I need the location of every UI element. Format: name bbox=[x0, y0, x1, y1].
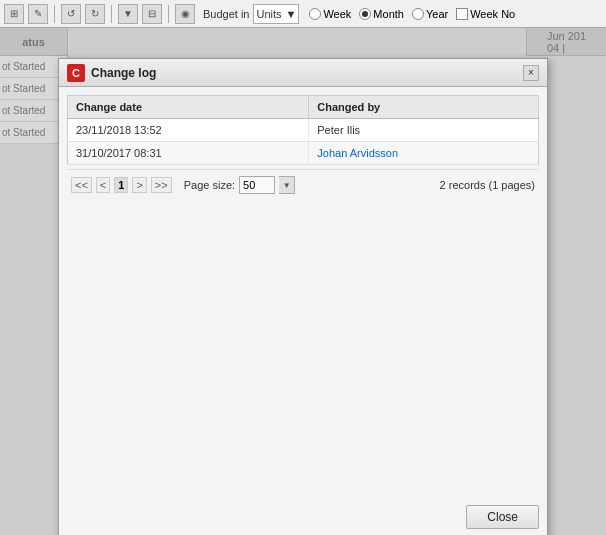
app-background: atus ot Started ▼ ot Started ▼ ot Starte… bbox=[0, 28, 606, 535]
row2-user[interactable]: Johan Arvidsson bbox=[309, 142, 539, 165]
radio-month-label: Month bbox=[373, 8, 404, 20]
dialog-close-button[interactable]: × bbox=[523, 65, 539, 81]
dialog-titlebar: C Change log × bbox=[59, 59, 547, 87]
radio-week-circle bbox=[309, 8, 321, 20]
row2-date: 31/10/2017 08:31 bbox=[68, 142, 309, 165]
pagination-next[interactable]: > bbox=[132, 177, 146, 193]
dialog-title: Change log bbox=[91, 66, 517, 80]
records-info: 2 records (1 pages) bbox=[440, 179, 535, 191]
col-change-date: Change date bbox=[68, 96, 309, 119]
toolbar-filter-icon[interactable]: ▼ bbox=[118, 4, 138, 24]
units-value: Units bbox=[256, 8, 281, 20]
view-radio-group: Week Month Year Week No bbox=[309, 8, 515, 20]
change-log-dialog: C Change log × Change date Changed by bbox=[58, 58, 548, 535]
radio-month-circle bbox=[359, 8, 371, 20]
toolbar-icon-3[interactable]: ↺ bbox=[61, 4, 81, 24]
toolbar-icon-6[interactable]: ◉ bbox=[175, 4, 195, 24]
dialog-logo: C bbox=[67, 64, 85, 82]
toolbar-icon-4[interactable]: ↻ bbox=[85, 4, 105, 24]
toolbar: ⊞ ✎ ↺ ↻ ▼ ⊟ ◉ Budget in Units ▼ Week Mon… bbox=[0, 0, 606, 28]
page-size-input[interactable] bbox=[239, 176, 275, 194]
radio-month[interactable]: Month bbox=[359, 8, 404, 20]
change-log-table: Change date Changed by 23/11/2018 13:52 … bbox=[67, 95, 539, 165]
col-changed-by: Changed by bbox=[309, 96, 539, 119]
units-select-arrow: ▼ bbox=[286, 8, 297, 20]
page-size-dropdown-arrow[interactable]: ▼ bbox=[279, 176, 295, 194]
radio-year[interactable]: Year bbox=[412, 8, 448, 20]
row1-date: 23/11/2018 13:52 bbox=[68, 119, 309, 142]
weekno-label: Week No bbox=[470, 8, 515, 20]
dialog-footer: Close bbox=[59, 499, 547, 535]
close-button[interactable]: Close bbox=[466, 505, 539, 529]
checkbox-weekno[interactable]: Week No bbox=[456, 8, 515, 20]
dialog-content: Change date Changed by 23/11/2018 13:52 … bbox=[59, 87, 547, 499]
toolbar-sep-2 bbox=[111, 5, 112, 23]
toolbar-icon-2[interactable]: ✎ bbox=[28, 4, 48, 24]
pagination-last[interactable]: >> bbox=[151, 177, 172, 193]
toolbar-icon-1[interactable]: ⊞ bbox=[4, 4, 24, 24]
row1-user: Peter Ilis bbox=[309, 119, 539, 142]
toolbar-icon-5[interactable]: ⊟ bbox=[142, 4, 162, 24]
radio-year-circle bbox=[412, 8, 424, 20]
pagination-bar: << < 1 > >> Page size: ▼ 2 records (1 pa… bbox=[67, 169, 539, 200]
pagination-current[interactable]: 1 bbox=[114, 177, 128, 193]
units-select[interactable]: Units ▼ bbox=[253, 4, 299, 24]
radio-week-label: Week bbox=[323, 8, 351, 20]
table-row: 31/10/2017 08:31 Johan Arvidsson bbox=[68, 142, 539, 165]
weekno-checkbox bbox=[456, 8, 468, 20]
close-icon: × bbox=[528, 67, 534, 78]
modal-overlay: C Change log × Change date Changed by bbox=[0, 28, 606, 535]
table-row: 23/11/2018 13:52 Peter Ilis bbox=[68, 119, 539, 142]
pagination-first[interactable]: << bbox=[71, 177, 92, 193]
page-size-label: Page size: bbox=[184, 179, 235, 191]
logo-letter: C bbox=[72, 67, 80, 79]
radio-year-label: Year bbox=[426, 8, 448, 20]
radio-week[interactable]: Week bbox=[309, 8, 351, 20]
toolbar-sep-1 bbox=[54, 5, 55, 23]
budget-label: Budget in bbox=[203, 8, 249, 20]
pagination-prev[interactable]: < bbox=[96, 177, 110, 193]
toolbar-sep-3 bbox=[168, 5, 169, 23]
